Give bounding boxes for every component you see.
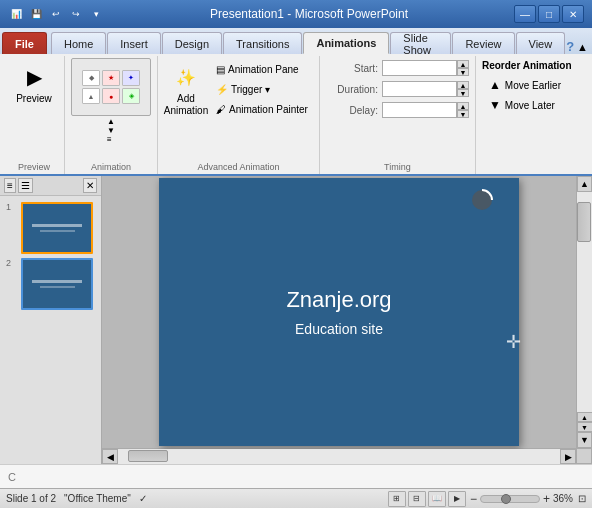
h-scroll-thumb[interactable] xyxy=(128,450,168,462)
duration-row: Duration: ▲ ▼ xyxy=(326,81,469,97)
tab-transitions[interactable]: Transitions xyxy=(223,32,302,54)
fit-window-btn[interactable]: ⊡ xyxy=(578,493,586,504)
slides-view-btn[interactable]: ≡ xyxy=(4,178,16,193)
scroll-thumb[interactable] xyxy=(577,202,591,242)
reorder-group-content: Reorder Animation ▲ Move Earlier ▼ Move … xyxy=(482,58,582,172)
tab-animations[interactable]: Animations xyxy=(303,32,389,54)
scroll-up-btn[interactable]: ▲ xyxy=(577,176,592,192)
slide-thumb-1[interactable]: 1 xyxy=(4,200,97,256)
h-scroll-track xyxy=(118,449,560,464)
note-bar[interactable]: C xyxy=(0,464,592,488)
spellcheck-icon[interactable]: ✓ xyxy=(139,493,147,504)
advanced-group-content: ✨ AddAnimation ▤ Animation Pane ⚡ Trigge… xyxy=(164,58,313,172)
move-later-icon: ▼ xyxy=(489,98,501,112)
slide-title: Znanje.org xyxy=(286,287,391,313)
close-panel-btn[interactable]: ✕ xyxy=(83,178,97,193)
delay-down-btn[interactable]: ▼ xyxy=(457,110,469,118)
bottom-scroll-area: ◀ ▶ xyxy=(102,448,592,464)
slide-preview-1[interactable] xyxy=(21,202,93,254)
canvas-area[interactable]: Znanje.org Education site ✛ xyxy=(102,176,576,448)
delay-label: Delay: xyxy=(326,105,378,116)
slide-sorter-btn[interactable]: ⊟ xyxy=(408,491,426,507)
tab-design[interactable]: Design xyxy=(162,32,222,54)
slide-panel: ≡ ☰ ✕ 1 2 xyxy=(0,176,102,464)
ribbon-group-advanced: ✨ AddAnimation ▤ Animation Pane ⚡ Trigge… xyxy=(158,56,320,174)
workspace: ≡ ☰ ✕ 1 2 xyxy=(0,176,592,464)
title-bar-left: 📊 💾 ↩ ↪ ▾ xyxy=(8,6,104,22)
zoom-slider[interactable] xyxy=(480,495,540,503)
slide-strip: 1 2 xyxy=(0,196,101,464)
move-later-label: Move Later xyxy=(505,100,555,111)
zoom-level: 36% xyxy=(553,493,573,504)
undo-quick-btn[interactable]: ↩ xyxy=(48,6,64,22)
slide-info: Slide 1 of 2 xyxy=(6,493,56,504)
animation-pane-label: Animation Pane xyxy=(228,64,299,75)
move-later-button[interactable]: ▼ Move Later xyxy=(482,95,582,115)
animation-expand[interactable]: ≡ xyxy=(107,136,115,144)
center-workspace: Znanje.org Education site ✛ ▲ ▲ ▼ xyxy=(102,176,592,464)
animation-pane-button[interactable]: ▤ Animation Pane xyxy=(211,61,313,78)
zoom-in-btn[interactable]: + xyxy=(543,492,550,506)
tab-slideshow[interactable]: Slide Show xyxy=(390,32,451,54)
scroll-prev-slide-btn[interactable]: ▲ xyxy=(577,412,593,422)
minimize-button[interactable]: — xyxy=(514,5,536,23)
close-button[interactable]: ✕ xyxy=(562,5,584,23)
move-earlier-button[interactable]: ▲ Move Earlier xyxy=(482,75,582,95)
add-animation-label: AddAnimation xyxy=(164,93,208,117)
reorder-title: Reorder Animation xyxy=(482,60,582,71)
zoom-out-btn[interactable]: − xyxy=(470,492,477,506)
animation-painter-button[interactable]: 🖌 Animation Painter xyxy=(211,101,313,118)
scroll-left-btn[interactable]: ◀ xyxy=(102,449,118,464)
duration-down-btn[interactable]: ▼ xyxy=(457,89,469,97)
redo-quick-btn[interactable]: ↪ xyxy=(68,6,84,22)
save-quick-btn[interactable]: 💾 xyxy=(28,6,44,22)
move-earlier-label: Move Earlier xyxy=(505,80,561,91)
animation-gallery[interactable]: ◆ ★ ✦ ▲ ● ◈ xyxy=(71,58,151,116)
tab-view[interactable]: View xyxy=(516,32,566,54)
duration-label: Duration: xyxy=(326,84,378,95)
slide-canvas[interactable]: Znanje.org Education site ✛ xyxy=(159,178,519,446)
status-right: ⊞ ⊟ 📖 ▶ − + 36% ⊡ xyxy=(388,491,586,507)
slideshow-view-btn[interactable]: ▶ xyxy=(448,491,466,507)
tab-file[interactable]: File xyxy=(2,32,47,54)
slide-thumb-2[interactable]: 2 xyxy=(4,256,97,312)
reading-view-btn[interactable]: 📖 xyxy=(428,491,446,507)
preview-button[interactable]: ▶ Preview xyxy=(10,58,58,108)
maximize-button[interactable]: □ xyxy=(538,5,560,23)
duration-up-btn[interactable]: ▲ xyxy=(457,81,469,89)
tab-review[interactable]: Review xyxy=(452,32,514,54)
add-animation-button[interactable]: ✨ AddAnimation xyxy=(164,58,208,120)
outline-view-btn[interactable]: ☰ xyxy=(18,178,33,193)
ribbon-minimize-icon[interactable]: ▲ xyxy=(577,41,588,53)
trigger-dropdown-icon: ▾ xyxy=(265,84,270,95)
start-input[interactable] xyxy=(382,60,457,76)
animation-pane-icon: ▤ xyxy=(216,64,225,75)
zoom-thumb[interactable] xyxy=(501,494,511,504)
duration-input[interactable] xyxy=(382,81,457,97)
preview-group-content: ▶ Preview xyxy=(10,58,58,172)
ribbon-tabs: File Home Insert Design Transitions Anim… xyxy=(0,28,592,54)
scroll-right-btn[interactable]: ▶ xyxy=(560,449,576,464)
delay-input[interactable] xyxy=(382,102,457,118)
animation-scroll-up[interactable]: ▲ xyxy=(107,118,115,126)
preview-label: Preview xyxy=(16,93,52,105)
move-earlier-icon: ▲ xyxy=(489,78,501,92)
slide-subtitle: Education site xyxy=(295,321,383,337)
scroll-down-btn[interactable]: ▼ xyxy=(577,432,592,448)
delay-up-btn[interactable]: ▲ xyxy=(457,102,469,110)
start-down-btn[interactable]: ▼ xyxy=(457,68,469,76)
tab-home[interactable]: Home xyxy=(51,32,106,54)
tab-insert[interactable]: Insert xyxy=(107,32,161,54)
scroll-next-slide-btn[interactable]: ▼ xyxy=(577,422,593,432)
add-animation-icon: ✨ xyxy=(170,61,202,93)
help-icon[interactable]: ? xyxy=(566,39,574,54)
start-row: Start: ▲ ▼ xyxy=(326,60,469,76)
start-up-btn[interactable]: ▲ xyxy=(457,60,469,68)
customize-quick-btn[interactable]: ▾ xyxy=(88,6,104,22)
animation-group-label: Animation xyxy=(65,162,157,172)
normal-view-btn[interactable]: ⊞ xyxy=(388,491,406,507)
animation-scroll-down[interactable]: ▼ xyxy=(107,127,115,135)
slide-preview-2[interactable] xyxy=(21,258,93,310)
scroll-corner xyxy=(576,448,592,464)
trigger-button[interactable]: ⚡ Trigger ▾ xyxy=(211,81,313,98)
